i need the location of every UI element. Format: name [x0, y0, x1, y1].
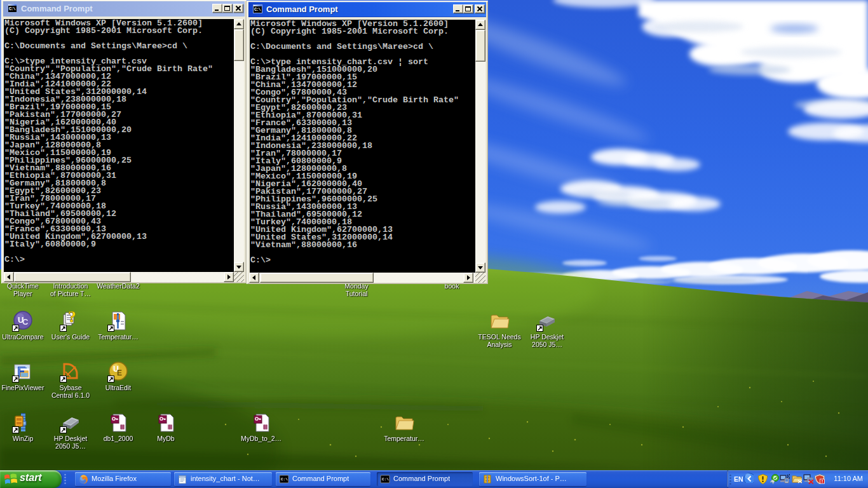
svg-text:C: C	[22, 317, 29, 327]
svg-text:C:\: C:\	[382, 477, 389, 482]
svg-text:E: E	[117, 369, 122, 377]
svg-text:C:\: C:\	[281, 477, 288, 482]
svg-text:?: ?	[68, 311, 76, 326]
